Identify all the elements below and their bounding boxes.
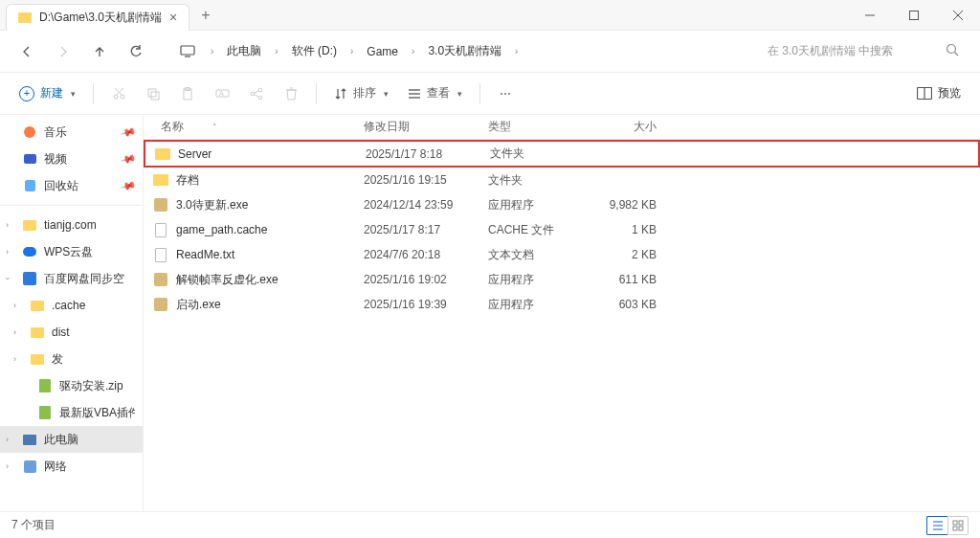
sidebar-item-vba[interactable]: 最新版VBA插件 <box>0 399 143 426</box>
sidebar: 音乐📌 视频📌 回收站📌 ›tianjg.com ›WPS云盘 ›百度网盘同步空… <box>0 115 144 511</box>
file-date: 2025/1/16 19:39 <box>364 298 488 311</box>
share-button[interactable] <box>241 79 272 108</box>
exe-icon <box>153 198 168 212</box>
cut-button[interactable] <box>103 79 134 108</box>
preview-button[interactable]: 预览 <box>909 79 969 108</box>
zip-icon <box>39 379 51 392</box>
table-row[interactable]: 启动.exe2025/1/16 19:39应用程序603 KB <box>144 292 980 317</box>
column-headers: 名称˄ 修改日期 类型 大小 <box>144 115 980 140</box>
table-row[interactable]: game_path.cache2025/1/17 8:17CACHE 文件1 K… <box>144 217 980 242</box>
tab-title: D:\Game\3.0天机剧情端 <box>39 10 162 26</box>
sidebar-item-music[interactable]: 音乐📌 <box>0 119 143 146</box>
chevron-right-icon: › <box>513 46 520 56</box>
chevron-down-icon[interactable]: › <box>3 278 12 280</box>
zip-icon <box>39 406 51 419</box>
column-type[interactable]: 类型 <box>488 119 593 135</box>
svg-rect-1 <box>910 11 919 19</box>
forward-button[interactable] <box>48 36 78 67</box>
chevron-right-icon[interactable]: › <box>6 461 9 471</box>
file-type: 文件夹 <box>490 146 595 162</box>
svg-rect-32 <box>959 521 963 525</box>
chevron-right-icon: › <box>348 46 355 56</box>
copy-button[interactable] <box>138 79 168 108</box>
sidebar-item-recycle[interactable]: 回收站📌 <box>0 172 143 199</box>
back-button[interactable] <box>11 36 42 67</box>
table-row[interactable]: 存档2025/1/16 19:15文件夹 <box>144 168 980 192</box>
sidebar-item-label: 此电脑 <box>44 432 78 448</box>
table-row[interactable]: ReadMe.txt2024/7/6 20:18文本文档2 KB <box>144 242 980 267</box>
minimize-button[interactable] <box>848 0 892 31</box>
delete-button[interactable] <box>276 79 306 108</box>
trash-icon <box>25 180 35 191</box>
table-row[interactable]: Server2025/1/17 8:18文件夹 <box>144 140 980 168</box>
view-label: 查看 <box>427 85 450 101</box>
new-button[interactable]: + 新建 ▾ <box>11 79 83 108</box>
maximize-button[interactable] <box>892 0 936 31</box>
column-size[interactable]: 大小 <box>593 119 670 135</box>
file-name: 启动.exe <box>176 297 221 313</box>
file-icon <box>153 223 168 236</box>
breadcrumb-current[interactable]: 3.0天机剧情端 <box>422 39 507 63</box>
folder-icon <box>31 354 44 365</box>
pin-icon: 📌 <box>120 177 138 194</box>
more-button[interactable]: ⋯ <box>490 79 521 108</box>
close-button[interactable] <box>936 0 980 31</box>
search-placeholder: 在 3.0天机剧情端 中搜索 <box>768 43 946 59</box>
sidebar-item-dist[interactable]: ›dist <box>0 319 143 346</box>
sidebar-item-label: 视频 <box>44 151 67 168</box>
up-button[interactable] <box>84 36 115 67</box>
search-input[interactable]: 在 3.0天机剧情端 中搜索 <box>758 37 969 66</box>
chevron-right-icon[interactable]: › <box>13 301 16 310</box>
chevron-right-icon[interactable]: › <box>6 435 9 444</box>
pin-icon: 📌 <box>120 123 138 141</box>
file-type: CACHE 文件 <box>488 222 593 238</box>
sidebar-item-driver[interactable]: 驱动安装.zip <box>0 372 143 399</box>
sidebar-item-wps[interactable]: ›WPS云盘 <box>0 238 143 265</box>
table-row[interactable]: 解锁帧率反虚化.exe2025/1/16 19:02应用程序611 KB <box>144 267 980 292</box>
chevron-right-icon[interactable]: › <box>6 247 9 257</box>
chevron-right-icon: › <box>410 46 416 56</box>
breadcrumb-drive[interactable]: 软件 (D:) <box>286 39 343 63</box>
sidebar-item-network[interactable]: ›网络 <box>0 453 143 480</box>
breadcrumb-pc[interactable]: 此电脑 <box>221 39 267 63</box>
refresh-button[interactable] <box>121 36 151 67</box>
sort-button[interactable]: 排序 ▾ <box>326 79 396 108</box>
video-icon <box>24 154 36 164</box>
folder-icon <box>153 173 168 187</box>
svg-line-7 <box>955 53 959 56</box>
breadcrumb-game[interactable]: Game <box>361 41 404 62</box>
file-name: 存档 <box>176 172 199 189</box>
sidebar-item-label: 发 <box>52 351 63 368</box>
file-type: 应用程序 <box>488 197 593 213</box>
search-icon <box>946 43 959 59</box>
file-date: 2024/12/14 23:59 <box>364 198 488 212</box>
chevron-right-icon[interactable]: › <box>6 220 9 230</box>
svg-rect-31 <box>953 521 957 525</box>
sidebar-item-tianjg[interactable]: ›tianjg.com <box>0 212 143 238</box>
column-date[interactable]: 修改日期 <box>364 119 488 135</box>
view-button[interactable]: 查看 ▾ <box>400 79 470 108</box>
active-tab[interactable]: D:\Game\3.0天机剧情端 × <box>6 4 189 31</box>
svg-text:A: A <box>219 90 224 97</box>
column-name[interactable]: 名称˄ <box>144 119 364 135</box>
file-name: 解锁帧率反虚化.exe <box>176 272 278 288</box>
file-date: 2024/7/6 20:18 <box>364 248 488 261</box>
sidebar-item-baidu[interactable]: ›百度网盘同步空 <box>0 265 143 292</box>
tab-close-icon[interactable]: × <box>169 10 177 25</box>
grid-view-button[interactable] <box>947 516 969 535</box>
sidebar-item-fa[interactable]: ›发 <box>0 346 143 372</box>
status-bar: 7 个项目 <box>0 511 980 538</box>
file-size: 603 KB <box>593 298 670 311</box>
sidebar-item-cache[interactable]: ›.cache <box>0 292 143 319</box>
details-view-button[interactable] <box>926 516 947 535</box>
paste-button[interactable] <box>172 79 203 108</box>
sidebar-item-video[interactable]: 视频📌 <box>0 146 143 172</box>
table-row[interactable]: 3.0待更新.exe2024/12/14 23:59应用程序9,982 KB <box>144 192 980 217</box>
sidebar-item-thispc[interactable]: ›此电脑 <box>0 426 143 453</box>
new-tab-button[interactable]: + <box>201 7 210 24</box>
file-date: 2025/1/16 19:02 <box>364 273 488 286</box>
rename-button[interactable]: A <box>207 79 237 108</box>
chevron-right-icon[interactable]: › <box>13 354 16 364</box>
pc-icon[interactable] <box>172 36 203 67</box>
chevron-right-icon[interactable]: › <box>13 327 16 337</box>
